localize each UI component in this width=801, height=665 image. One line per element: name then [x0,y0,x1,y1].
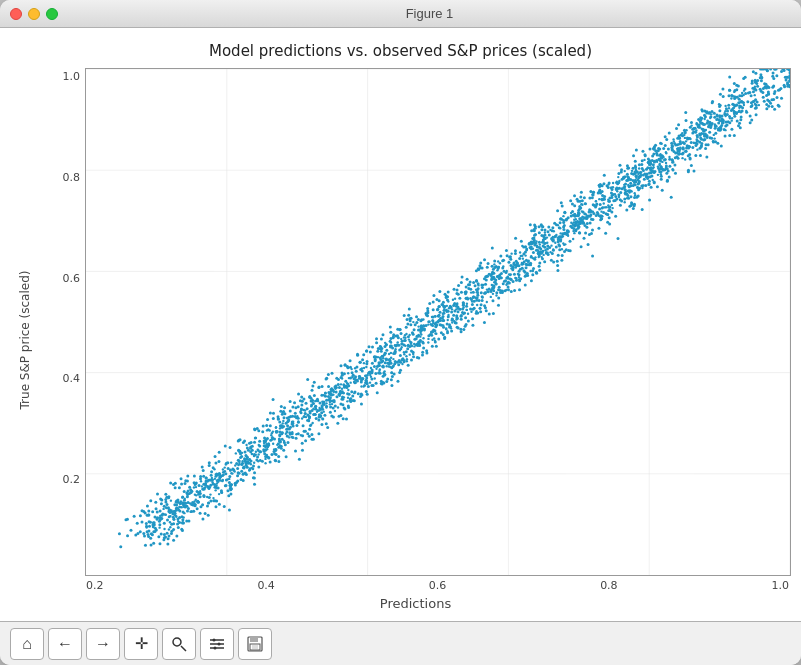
y-tick-0.6: 0.6 [63,272,81,285]
pan-button[interactable]: ✛ [124,628,158,660]
svg-point-7 [214,646,217,649]
back-button[interactable]: ← [48,628,82,660]
x-tick-0.4: 0.4 [257,579,275,592]
maximize-button[interactable] [46,8,58,20]
svg-rect-11 [252,645,258,649]
y-axis: 1.0 0.8 0.6 0.4 0.2 [40,68,85,576]
svg-line-1 [181,646,186,651]
app-window: Figure 1 Model predictions vs. observed … [0,0,801,665]
plot-area-container: 1.0 0.8 0.6 0.4 0.2 [40,68,791,611]
zoom-button[interactable] [162,628,196,660]
y-label-container: True S&P price (scaled) [10,68,40,611]
y-tick-0.2: 0.2 [63,473,81,486]
home-button[interactable]: ⌂ [10,628,44,660]
x-tick-1.0: 1.0 [772,579,790,592]
save-button[interactable] [238,628,272,660]
toolbar: ⌂ ← → ✛ [0,621,801,665]
x-tick-0.8: 0.8 [600,579,618,592]
window-title: Figure 1 [68,6,791,21]
svg-point-5 [213,638,216,641]
chart-container: Model predictions vs. observed S&P price… [10,38,791,611]
svg-point-6 [218,642,221,645]
title-bar: Figure 1 [0,0,801,28]
y-tick-1.0: 1.0 [63,70,81,83]
y-tick-0.8: 0.8 [63,171,81,184]
traffic-lights [10,8,58,20]
x-tick-0.6: 0.6 [429,579,447,592]
x-axis: 0.2 0.4 0.6 0.8 1.0 [86,576,791,592]
x-axis-label: Predictions [40,596,791,611]
scatter-canvas [86,69,790,575]
close-button[interactable] [10,8,22,20]
forward-button[interactable]: → [86,628,120,660]
y-tick-0.4: 0.4 [63,372,81,385]
content-area: Model predictions vs. observed S&P price… [0,28,801,621]
plot-canvas-wrapper [85,68,791,576]
y-axis-label: True S&P price (scaled) [18,270,32,409]
configure-button[interactable] [200,628,234,660]
chart-title: Model predictions vs. observed S&P price… [209,42,592,60]
plot-with-yaxis: 1.0 0.8 0.6 0.4 0.2 [40,68,791,576]
svg-rect-9 [250,637,258,642]
minimize-button[interactable] [28,8,40,20]
chart-body: True S&P price (scaled) 1.0 0.8 0.6 0.4 … [10,68,791,611]
x-tick-0.2: 0.2 [86,579,104,592]
svg-point-0 [173,638,181,646]
